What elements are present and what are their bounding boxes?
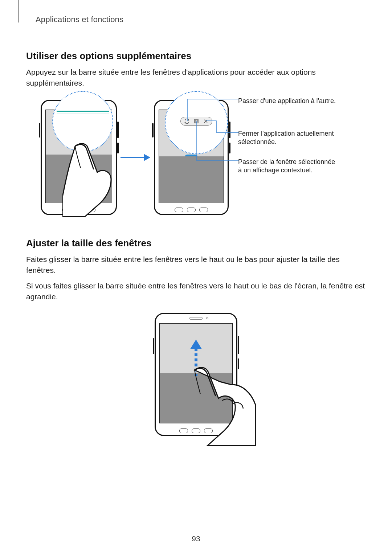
phone-illustration-drag — [155, 313, 237, 436]
figure-options-row: Passer d'une application à l'autre. Ferm… — [26, 100, 366, 215]
phone-side-button — [152, 123, 154, 138]
split-bar-zoom — [57, 111, 109, 112]
svg-marker-1 — [144, 154, 150, 161]
svg-marker-4 — [190, 340, 202, 349]
hand-tap-icon — [62, 143, 124, 219]
section2-paragraph-2: Si vous faites glisser la barre située e… — [26, 280, 366, 303]
phone-illustration-options — [154, 100, 229, 215]
arrow-right-icon — [120, 152, 151, 163]
phone-speaker — [189, 317, 203, 320]
section2-paragraph-1: Faites glisser la barre située entre les… — [26, 254, 366, 276]
phone-side-button — [229, 143, 230, 153]
phone-illustration-tap — [41, 100, 117, 215]
phone-side-button — [117, 122, 119, 138]
hand-drag-icon — [187, 367, 256, 447]
document-page: Applications et fonctions Utiliser des o… — [0, 0, 392, 554]
phone-side-button — [153, 338, 154, 354]
phone-side-button — [229, 122, 230, 138]
header-rule — [18, 0, 19, 22]
section-heading-resize: Ajuster la taille des fenêtres — [26, 238, 366, 249]
phone-camera-dot — [206, 317, 208, 319]
callout-popup: Passer de la fenêtre sélectionnée à un a… — [238, 158, 340, 175]
breadcrumb: Applications et fonctions — [36, 15, 366, 24]
callout-labels: Passer d'une application à l'autre. Ferm… — [238, 100, 366, 215]
figure-resize — [26, 313, 366, 436]
phone-side-button — [39, 123, 40, 138]
callout-swap: Passer d'une application à l'autre. — [238, 97, 336, 105]
section1-paragraph: Appuyez sur la barre située entre les fe… — [26, 67, 366, 89]
section-heading-options: Utiliser des options supplémentaires — [26, 50, 366, 62]
page-number: 93 — [192, 534, 200, 543]
phone-side-button — [238, 336, 239, 354]
callout-close: Fermer l'application actuellement sélect… — [238, 130, 340, 147]
leader-lines — [154, 100, 229, 215]
